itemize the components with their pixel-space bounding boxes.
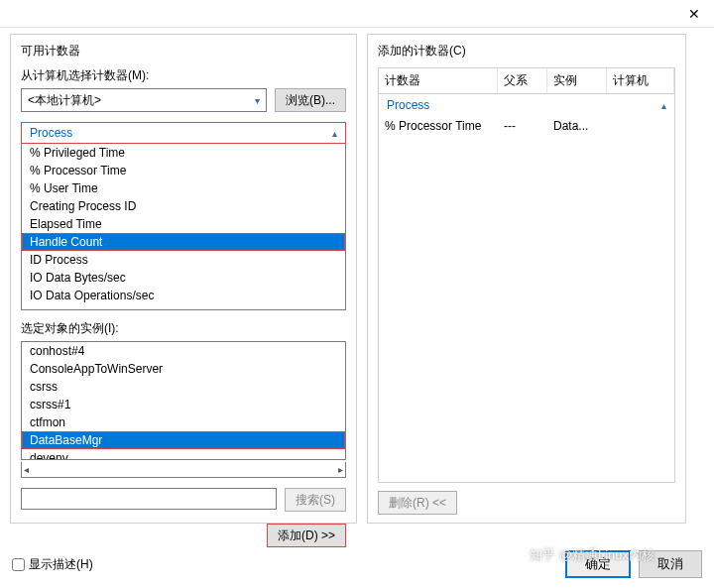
counter-group-name: Process <box>30 126 72 140</box>
group-collapse-icon: ▴ <box>661 100 666 111</box>
counter-item[interactable]: % Processor Time <box>22 162 345 179</box>
instance-item[interactable]: devenv <box>22 449 345 460</box>
search-button[interactable]: 搜索(S) <box>285 488 346 512</box>
table-cell: Data... <box>547 116 607 136</box>
computer-combo[interactable]: <本地计算机> ▾ <box>21 88 267 112</box>
table-body: % Processor Time---Data... <box>379 116 674 136</box>
table-row[interactable]: % Processor Time---Data... <box>379 116 674 136</box>
table-cell <box>607 116 674 136</box>
collapse-icon: ▴ <box>332 128 337 139</box>
dialog-window: ✕ 可用计数器 从计算机选择计数器(M): <本地计算机> ▾ 浏览(B)...… <box>0 0 714 588</box>
col-instance[interactable]: 实例 <box>547 68 607 93</box>
browse-button[interactable]: 浏览(B)... <box>275 88 346 112</box>
instance-label: 选定对象的实例(I): <box>21 320 346 337</box>
table-cell: % Processor Time <box>379 116 498 136</box>
counter-item[interactable]: Handle Count <box>22 233 345 251</box>
instance-item[interactable]: csrss#1 <box>22 396 345 413</box>
show-desc-label: 显示描述(H) <box>29 556 93 573</box>
added-counters-table: 计数器 父系 实例 计算机 Process ▴ % Processor Time… <box>378 67 675 483</box>
instance-item[interactable]: DataBaseMgr <box>22 431 345 449</box>
counter-item[interactable]: % Privileged Time <box>22 144 345 162</box>
available-title: 可用计数器 <box>21 43 346 59</box>
instance-item[interactable]: csrss <box>22 378 345 396</box>
computer-value: <本地计算机> <box>28 92 101 109</box>
counter-group-header[interactable]: Process ▴ <box>21 122 346 144</box>
close-button[interactable]: ✕ <box>674 0 714 28</box>
table-header: 计数器 父系 实例 计算机 <box>379 68 674 94</box>
counter-item[interactable]: ID Process <box>22 251 345 269</box>
col-parent[interactable]: 父系 <box>498 68 547 93</box>
chevron-down-icon: ▾ <box>255 95 260 106</box>
instance-item[interactable]: ctfmon <box>22 413 345 431</box>
horizontal-scrollbar[interactable]: ◂ ▸ <box>21 462 346 478</box>
counter-item[interactable]: % User Time <box>22 179 345 197</box>
added-counters-panel: 添加的计数器(C) 计数器 父系 实例 计算机 Process ▴ % Proc… <box>367 34 686 524</box>
watermark-text: 知乎 @精通Linux内核 <box>530 546 654 564</box>
content-area: 可用计数器 从计算机选择计数器(M): <本地计算机> ▾ 浏览(B)... P… <box>0 28 714 533</box>
instance-listbox[interactable]: conhost#4ConsoleAppToWinServercsrsscsrss… <box>21 341 346 460</box>
counter-listbox[interactable]: % Privileged Time% Processor Time% User … <box>21 144 346 310</box>
counter-item[interactable]: Elapsed Time <box>22 215 345 233</box>
scroll-left-icon[interactable]: ◂ <box>24 464 29 475</box>
instance-item[interactable]: ConsoleAppToWinServer <box>22 360 345 378</box>
counter-item[interactable]: Creating Process ID <box>22 197 345 215</box>
available-counters-panel: 可用计数器 从计算机选择计数器(M): <本地计算机> ▾ 浏览(B)... P… <box>10 34 357 524</box>
add-button[interactable]: 添加(D) >> <box>267 524 346 547</box>
table-group-row[interactable]: Process ▴ <box>379 94 674 116</box>
remove-button[interactable]: 删除(R) << <box>378 491 457 515</box>
counter-item[interactable]: IO Data Bytes/sec <box>22 269 345 287</box>
added-title: 添加的计数器(C) <box>378 43 675 59</box>
counter-item[interactable]: IO Data Operations/sec <box>22 287 345 304</box>
instance-item[interactable]: conhost#4 <box>22 342 345 360</box>
show-description-checkbox[interactable]: 显示描述(H) <box>12 556 93 573</box>
titlebar: ✕ <box>0 0 714 28</box>
group-name: Process <box>387 98 429 112</box>
col-computer[interactable]: 计算机 <box>607 68 674 93</box>
computer-label: 从计算机选择计数器(M): <box>21 67 346 84</box>
show-desc-input[interactable] <box>12 558 25 571</box>
col-counter[interactable]: 计数器 <box>379 68 498 93</box>
search-input[interactable] <box>21 488 277 510</box>
table-cell: --- <box>498 116 547 136</box>
scroll-right-icon[interactable]: ▸ <box>338 464 343 475</box>
